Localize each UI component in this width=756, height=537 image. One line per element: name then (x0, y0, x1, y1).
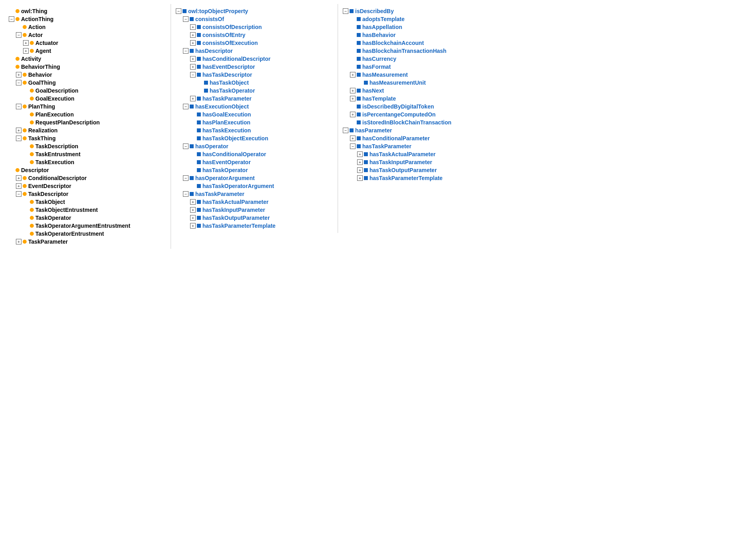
tree-item[interactable]: −GoalThing (9, 79, 166, 87)
tree-item[interactable]: −Actor (9, 31, 166, 39)
tree-item[interactable]: hasEventOperator (176, 158, 333, 166)
collapse-icon[interactable]: − (16, 191, 21, 197)
tree-item[interactable]: +consistsOfExecution (176, 39, 333, 47)
tree-item[interactable]: owl:Thing (9, 7, 166, 15)
tree-item[interactable]: hasTaskOperator (176, 166, 333, 174)
tree-item[interactable]: Activity (9, 55, 166, 63)
tree-item[interactable]: hasMeasurementUnit (343, 79, 500, 87)
tree-item[interactable]: −hasOperatorArgument (176, 174, 333, 182)
tree-item[interactable]: hasConditionalOperator (176, 150, 333, 158)
tree-item[interactable]: BehaviorThing (9, 63, 166, 71)
expand-icon[interactable]: + (190, 40, 196, 46)
tree-item[interactable]: +hasTaskOutputParameter (176, 214, 333, 222)
expand-icon[interactable]: + (190, 207, 196, 213)
collapse-icon[interactable]: − (190, 72, 196, 78)
collapse-icon[interactable]: − (183, 191, 189, 197)
expand-icon[interactable]: + (190, 199, 196, 205)
tree-item[interactable]: hasPlanExecution (176, 118, 333, 126)
tree-item[interactable]: GoalDescription (9, 87, 166, 95)
tree-item[interactable]: hasBlockchainAccount (343, 39, 500, 47)
tree-item[interactable]: +hasMeasurement (343, 71, 500, 79)
tree-item[interactable]: hasBlockchainTransactionHash (343, 47, 500, 55)
tree-item[interactable]: TaskObjectEntrustment (9, 206, 166, 214)
tree-item[interactable]: hasTaskOperatorArgument (176, 182, 333, 190)
collapse-icon[interactable]: − (16, 104, 21, 109)
expand-icon[interactable]: + (357, 151, 363, 157)
tree-item[interactable]: +hasTaskOutputParameter (343, 166, 500, 174)
tree-item[interactable]: +hasTaskInputParameter (343, 158, 500, 166)
collapse-icon[interactable]: − (343, 128, 348, 133)
tree-item[interactable]: +hasTaskActualParameter (176, 198, 333, 206)
tree-item[interactable]: −hasParameter (343, 126, 500, 134)
expand-icon[interactable]: + (357, 175, 363, 181)
tree-item[interactable]: TaskOperator (9, 214, 166, 222)
expand-icon[interactable]: + (16, 239, 21, 244)
expand-icon[interactable]: + (16, 128, 21, 133)
expand-icon[interactable]: + (350, 88, 356, 93)
tree-item[interactable]: −hasDescriptor (176, 47, 333, 55)
tree-item[interactable]: −hasOperator (176, 142, 333, 150)
tree-item[interactable]: isStoredInBlockChainTransaction (343, 118, 500, 126)
tree-item[interactable]: isDescribedByDigitalToken (343, 103, 500, 111)
tree-item[interactable]: adoptsTemplate (343, 15, 500, 23)
expand-icon[interactable]: + (16, 72, 21, 78)
tree-item[interactable]: TaskExecution (9, 158, 166, 166)
tree-item[interactable]: hasTaskExecution (176, 126, 333, 134)
tree-item[interactable]: −ActionThing (9, 15, 166, 23)
tree-item[interactable]: hasFormat (343, 63, 500, 71)
tree-item[interactable]: GoalExecution (9, 95, 166, 103)
tree-item[interactable]: hasGoalExecution (176, 111, 333, 118)
tree-item[interactable]: TaskObject (9, 198, 166, 206)
tree-item[interactable]: TaskOperatorArgumentEntrustment (9, 222, 166, 230)
tree-item[interactable]: −hasExecutionObject (176, 103, 333, 111)
expand-icon[interactable]: + (350, 96, 356, 101)
tree-item[interactable]: +hasTaskActualParameter (343, 150, 500, 158)
collapse-icon[interactable]: − (9, 16, 14, 22)
expand-icon[interactable]: + (190, 56, 196, 62)
tree-item[interactable]: +hasTaskParameterTemplate (176, 222, 333, 230)
tree-item[interactable]: hasTaskOperator (176, 87, 333, 95)
tree-item[interactable]: hasAppellation (343, 23, 500, 31)
tree-item[interactable]: +hasNext (343, 87, 500, 95)
tree-item[interactable]: −PlanThing (9, 103, 166, 111)
expand-icon[interactable]: + (357, 159, 363, 165)
tree-item[interactable]: +hasTaskParameterTemplate (343, 174, 500, 182)
collapse-icon[interactable]: − (183, 175, 189, 181)
tree-item[interactable]: −isDescribedBy (343, 7, 500, 15)
expand-icon[interactable]: + (23, 40, 29, 46)
tree-item[interactable]: +TaskParameter (9, 238, 166, 246)
tree-item[interactable]: −hasTaskDescriptor (176, 71, 333, 79)
collapse-icon[interactable]: − (176, 8, 181, 14)
tree-item[interactable]: hasTaskObject (176, 79, 333, 87)
expand-icon[interactable]: + (357, 167, 363, 173)
tree-item[interactable]: −owl:topObjectProperty (176, 7, 333, 15)
tree-item[interactable]: +hasTemplate (343, 95, 500, 103)
tree-item[interactable]: +consistsOfEntry (176, 31, 333, 39)
collapse-icon[interactable]: − (343, 8, 348, 14)
tree-item[interactable]: +ConditionalDescriptor (9, 174, 166, 182)
collapse-icon[interactable]: − (183, 48, 189, 54)
tree-item[interactable]: RequestPlanDescription (9, 118, 166, 126)
collapse-icon[interactable]: − (16, 32, 21, 38)
expand-icon[interactable]: + (190, 215, 196, 221)
collapse-icon[interactable]: − (183, 143, 189, 149)
collapse-icon[interactable]: − (183, 16, 189, 22)
tree-item[interactable]: +Realization (9, 126, 166, 134)
collapse-icon[interactable]: − (183, 104, 189, 109)
expand-icon[interactable]: + (190, 96, 196, 101)
tree-item[interactable]: hasBehavior (343, 31, 500, 39)
expand-icon[interactable]: + (16, 175, 21, 181)
tree-item[interactable]: −TaskThing (9, 134, 166, 142)
tree-item[interactable]: +Actuator (9, 39, 166, 47)
tree-item[interactable]: −hasTaskParameter (176, 190, 333, 198)
tree-item[interactable]: hasCurrency (343, 55, 500, 63)
tree-item[interactable]: +hasConditionalParameter (343, 134, 500, 142)
tree-item[interactable]: hasTaskObjectExecution (176, 134, 333, 142)
tree-item[interactable]: −hasTaskParameter (343, 142, 500, 150)
tree-item[interactable]: +Behavior (9, 71, 166, 79)
tree-item[interactable]: Descriptor (9, 166, 166, 174)
expand-icon[interactable]: + (350, 112, 356, 117)
tree-item[interactable]: +hasTaskParameter (176, 95, 333, 103)
tree-item[interactable]: Action (9, 23, 166, 31)
expand-icon[interactable]: + (190, 223, 196, 229)
